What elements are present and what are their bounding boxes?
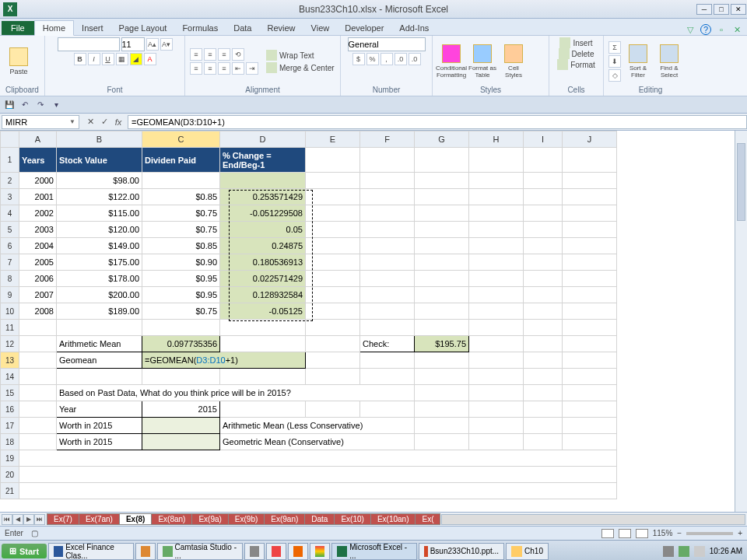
border-button[interactable]: ▦ xyxy=(116,53,128,65)
cell[interactable]: 2000 xyxy=(19,173,57,189)
cell[interactable] xyxy=(306,401,360,418)
cell[interactable]: Years xyxy=(19,148,57,173)
merge-center-button[interactable]: Merge & Center xyxy=(266,62,335,73)
cell[interactable] xyxy=(306,254,360,271)
cell[interactable] xyxy=(563,385,617,401)
cell[interactable] xyxy=(360,287,415,303)
bold-button[interactable]: B xyxy=(74,53,86,65)
comma-icon[interactable]: , xyxy=(381,53,393,65)
cell[interactable] xyxy=(415,401,469,418)
cell[interactable]: $0.75 xyxy=(142,222,220,238)
align-left-icon[interactable]: ≡ xyxy=(190,62,202,75)
cell[interactable]: Check: xyxy=(360,336,415,352)
tray-icon[interactable] xyxy=(663,546,674,557)
cell[interactable]: 2005 xyxy=(19,254,57,271)
cell[interactable] xyxy=(142,434,220,450)
tab-insert[interactable]: Insert xyxy=(74,21,111,35)
cell[interactable] xyxy=(415,369,469,385)
sheet-tab[interactable]: Ex(10) xyxy=(334,513,370,525)
align-center-icon[interactable]: ≡ xyxy=(204,62,216,75)
cell[interactable] xyxy=(360,238,415,254)
col-header-e[interactable]: E xyxy=(306,131,360,148)
cell[interactable]: Dividen Paid xyxy=(142,148,220,173)
cell[interactable] xyxy=(19,352,57,369)
cell[interactable] xyxy=(142,173,220,189)
taskbar-item[interactable] xyxy=(135,543,156,560)
page-break-view-button[interactable] xyxy=(636,529,648,538)
cell[interactable] xyxy=(306,205,360,222)
align-middle-icon[interactable]: ≡ xyxy=(204,48,216,61)
cell[interactable] xyxy=(563,173,617,189)
cell[interactable]: Worth in 2015 xyxy=(57,434,142,450)
tab-view[interactable]: View xyxy=(303,21,338,35)
cell[interactable] xyxy=(563,238,617,254)
taskbar-item[interactable] xyxy=(288,543,308,560)
cell[interactable] xyxy=(524,271,563,287)
cell[interactable]: $0.95 xyxy=(142,287,220,303)
cell[interactable]: 2008 xyxy=(19,303,57,320)
cell[interactable]: 2015 xyxy=(142,401,220,418)
cell[interactable]: % Change = End/Beg-1 xyxy=(220,148,306,173)
cell[interactable] xyxy=(306,369,360,385)
cell[interactable]: $175.00 xyxy=(57,254,142,271)
cell[interactable] xyxy=(142,418,220,434)
cell[interactable] xyxy=(563,418,617,434)
cell[interactable] xyxy=(19,369,57,385)
cell[interactable]: $189.00 xyxy=(57,303,142,320)
cell[interactable] xyxy=(19,434,57,450)
sheet-tab[interactable]: Ex( xyxy=(415,513,440,525)
cell[interactable] xyxy=(415,287,469,303)
cell[interactable] xyxy=(415,254,469,271)
cell[interactable] xyxy=(524,222,563,238)
cell[interactable]: -0.05125 xyxy=(220,303,306,320)
cell[interactable]: 0.180536913 xyxy=(220,254,306,271)
minimize-button[interactable]: ─ xyxy=(696,4,712,15)
font-name-select[interactable] xyxy=(58,37,120,51)
cell[interactable] xyxy=(524,287,563,303)
sheet-tab[interactable]: Ex(8an) xyxy=(151,513,192,525)
taskbar-item-active[interactable]: Microsoft Excel - ... xyxy=(331,543,417,560)
name-box[interactable]: MIRR▼ xyxy=(2,115,79,129)
cell[interactable] xyxy=(306,352,360,369)
cell[interactable]: 2007 xyxy=(19,287,57,303)
cell[interactable] xyxy=(524,434,563,450)
editing-cell[interactable]: =GEOMEAN(D3:D10+1) xyxy=(142,352,306,369)
insert-cells-button[interactable]: Insert xyxy=(559,37,592,48)
cell[interactable] xyxy=(415,271,469,287)
enter-formula-icon[interactable]: ✓ xyxy=(98,116,110,128)
fill-icon[interactable]: ⬇ xyxy=(608,55,621,68)
cell[interactable]: $149.00 xyxy=(57,238,142,254)
cell[interactable] xyxy=(415,352,469,369)
restore-workbook-icon[interactable]: ▫ xyxy=(716,24,727,35)
autosum-icon[interactable]: Σ xyxy=(608,41,621,54)
cell[interactable]: $178.00 xyxy=(57,271,142,287)
cell[interactable] xyxy=(469,271,524,287)
cell[interactable] xyxy=(469,189,524,205)
taskbar-item[interactable]: Ch10 xyxy=(506,543,549,560)
cell[interactable] xyxy=(306,189,360,205)
cell[interactable] xyxy=(360,352,415,369)
cell[interactable] xyxy=(524,336,563,352)
cell[interactable] xyxy=(306,222,360,238)
taskbar-item[interactable]: Excel Finance Clas... xyxy=(48,543,134,560)
cell[interactable] xyxy=(563,369,617,385)
cell[interactable] xyxy=(306,271,360,287)
cell[interactable] xyxy=(563,271,617,287)
col-header-c[interactable]: C xyxy=(142,131,220,148)
cell[interactable] xyxy=(19,320,57,336)
cell[interactable] xyxy=(306,148,360,173)
orientation-icon[interactable]: ⟲ xyxy=(232,48,244,61)
align-right-icon[interactable]: ≡ xyxy=(218,62,230,75)
zoom-slider[interactable] xyxy=(686,532,733,535)
cell[interactable]: 0.05 xyxy=(220,222,306,238)
cell[interactable]: Based on Past Data, What do you think pr… xyxy=(57,385,415,401)
cell[interactable]: $122.00 xyxy=(57,189,142,205)
cell[interactable] xyxy=(306,320,360,336)
decrease-decimal-icon[interactable]: .0 xyxy=(409,53,421,65)
font-size-select[interactable] xyxy=(121,37,145,51)
cell[interactable] xyxy=(415,222,469,238)
cell[interactable] xyxy=(469,320,524,336)
clock[interactable]: 10:26 AM xyxy=(710,547,742,555)
font-color-button[interactable]: A xyxy=(144,53,156,65)
decrease-indent-icon[interactable]: ⇤ xyxy=(232,62,244,75)
